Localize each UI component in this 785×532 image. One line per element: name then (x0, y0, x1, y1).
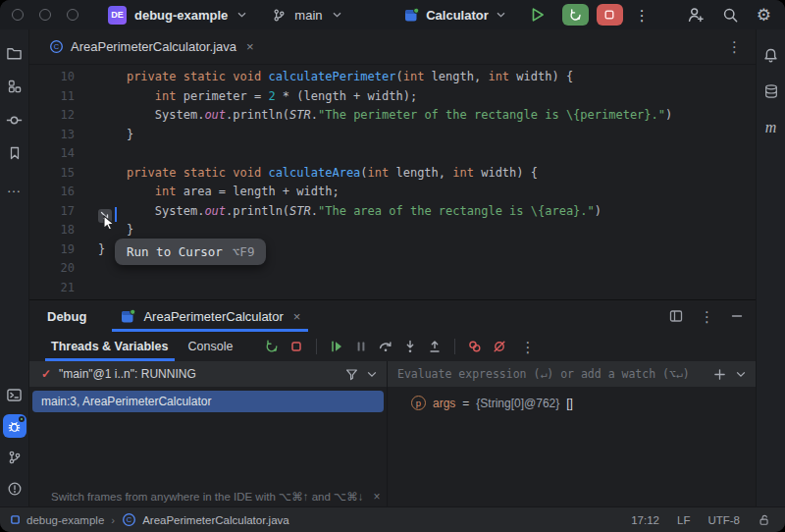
add-watch-icon[interactable] (713, 368, 726, 381)
more-tools-button[interactable]: … (3, 175, 26, 198)
database-tool-button[interactable] (759, 80, 783, 103)
window-close-button[interactable] (12, 9, 24, 21)
code-text[interactable]: int perimeter = 2 * (length + width); (75, 87, 417, 107)
close-icon[interactable]: × (246, 39, 254, 54)
debug-tool-button[interactable] (3, 414, 26, 438)
git-branch-icon[interactable] (272, 8, 287, 23)
tab-threads-variables[interactable]: Threads & Variables (41, 332, 179, 361)
more-actions-button[interactable]: ⋮ (631, 8, 654, 23)
chevron-down-icon[interactable] (333, 12, 341, 18)
filter-icon[interactable] (344, 367, 359, 382)
stack-frame-row[interactable]: main:3, AreaPerimeterCalculator (32, 391, 384, 412)
chevron-down-icon[interactable] (736, 371, 746, 378)
line-number[interactable]: 11 (29, 87, 75, 107)
step-over-icon[interactable] (378, 339, 393, 354)
bookmarks-tool-button[interactable] (3, 141, 26, 165)
code-text[interactable]: } (75, 126, 133, 145)
rerun-icon[interactable] (264, 339, 280, 354)
line-number[interactable]: 12 (29, 106, 75, 126)
code-line[interactable]: 10 private static void calculatePerimete… (29, 68, 756, 87)
debug-panel-title[interactable]: Debug (47, 309, 86, 324)
line-number[interactable]: 13 (29, 126, 75, 145)
run-configuration[interactable]: Calculator (403, 7, 505, 24)
git-tool-button[interactable] (3, 446, 26, 469)
terminal-tool-button[interactable] (3, 383, 26, 406)
chevron-down-icon[interactable] (367, 371, 377, 378)
chevron-down-icon[interactable] (237, 12, 246, 18)
line-number[interactable]: 17 (29, 202, 75, 222)
more-icon[interactable]: ⋮ (516, 340, 539, 354)
code-line[interactable]: 13 } (29, 126, 756, 145)
file-encoding[interactable]: UTF-8 (707, 514, 740, 526)
rerun-debug-button[interactable] (562, 4, 589, 26)
view-breakpoints-icon[interactable] (467, 339, 483, 354)
close-icon[interactable]: × (374, 490, 381, 504)
tab-options-button[interactable]: ⋮ (723, 39, 746, 54)
problems-tool-button[interactable] (3, 477, 26, 501)
settings-gear-icon[interactable]: ⚙ (757, 7, 771, 24)
code-text[interactable] (75, 144, 98, 164)
variable-row[interactable]: p args = {String[0]@762} [] (388, 396, 756, 410)
maven-tool-button[interactable]: m (759, 116, 783, 139)
line-number[interactable]: 15 (29, 164, 75, 184)
project-tool-button[interactable] (3, 41, 26, 65)
stop-icon[interactable] (288, 339, 304, 354)
code-text[interactable]: int area = length + width; (75, 183, 340, 202)
editor-tab[interactable]: C AreaPerimeterCalculator.java × (39, 29, 264, 64)
stop-button[interactable] (597, 4, 623, 26)
line-number[interactable]: 16 (29, 183, 75, 202)
layout-settings-icon[interactable] (668, 308, 684, 324)
pause-icon[interactable] (353, 339, 369, 354)
evaluate-expression-input[interactable]: Evaluate expression (↵) or add a watch (… (388, 361, 756, 387)
code-text[interactable]: private static void calculateArea(int le… (75, 164, 538, 184)
statusbar-project[interactable]: debug-example (10, 514, 104, 526)
code-editor[interactable]: 10 private static void calculatePerimete… (29, 65, 756, 299)
line-number[interactable]: 14 (29, 144, 75, 164)
project-selector[interactable]: debug-example (134, 8, 228, 23)
close-icon[interactable]: × (293, 309, 301, 324)
code-line[interactable]: 15 private static void calculateArea(int… (29, 164, 756, 184)
caret-position[interactable]: 17:12 (631, 514, 659, 526)
step-into-icon[interactable] (402, 339, 418, 354)
tab-console[interactable]: Console (179, 332, 243, 361)
step-out-icon[interactable] (427, 339, 443, 354)
line-number[interactable]: 10 (29, 68, 75, 87)
run-button[interactable] (529, 6, 547, 24)
window-minimize-button[interactable] (39, 9, 51, 21)
code-text[interactable]: } (75, 240, 105, 260)
mute-breakpoints-icon[interactable] (492, 339, 507, 354)
thread-status-header[interactable]: ✓ "main"@1 i..n": RUNNING (29, 361, 387, 387)
line-number[interactable]: 18 (29, 221, 75, 240)
notifications-tool-button[interactable] (759, 43, 783, 67)
code-line[interactable]: 11 int perimeter = 2 * (length + width); (29, 87, 756, 107)
line-number[interactable]: 21 (29, 279, 75, 298)
panel-options-button[interactable]: ⋮ (696, 309, 718, 324)
debug-session-tab[interactable]: AreaPerimeterCalculator × (112, 300, 308, 332)
code-line[interactable]: 17 System.out.println(STR."The area of t… (29, 202, 756, 222)
structure-tool-button[interactable] (3, 75, 26, 98)
debug-toolbar: Threads & Variables Console (29, 332, 756, 361)
resume-icon[interactable] (329, 339, 344, 354)
branch-selector[interactable]: main (294, 8, 322, 23)
code-line[interactable]: 12 System.out.println(STR."The perimeter… (29, 106, 756, 126)
code-text[interactable] (75, 279, 98, 298)
run-to-cursor-tooltip[interactable]: Run to Cursor ⌥F9 (115, 239, 266, 265)
line-number[interactable]: 19 (29, 240, 75, 260)
statusbar-file[interactable]: C AreaPerimeterCalculator.java (122, 512, 289, 527)
hide-panel-icon[interactable] (730, 309, 744, 323)
code-line[interactable]: 16 int area = length + width; (29, 183, 756, 202)
line-number[interactable]: 20 (29, 259, 75, 279)
code-text[interactable]: System.out.println(STR."The area of the … (75, 202, 602, 222)
code-line[interactable]: 21 (29, 279, 756, 298)
line-separator[interactable]: LF (677, 514, 690, 526)
code-text[interactable]: private static void calculatePerimeter(i… (75, 68, 573, 87)
code-text[interactable] (75, 259, 98, 279)
code-line[interactable]: 14 (29, 144, 756, 164)
code-line[interactable]: 18 } (29, 221, 756, 240)
window-zoom-button[interactable] (67, 9, 78, 21)
unlocked-padlock-icon[interactable] (758, 513, 771, 527)
code-text[interactable]: System.out.println(STR."The perimeter of… (75, 106, 672, 126)
search-icon[interactable] (722, 7, 739, 24)
add-user-icon[interactable] (687, 6, 705, 24)
commit-tool-button[interactable] (3, 108, 26, 132)
